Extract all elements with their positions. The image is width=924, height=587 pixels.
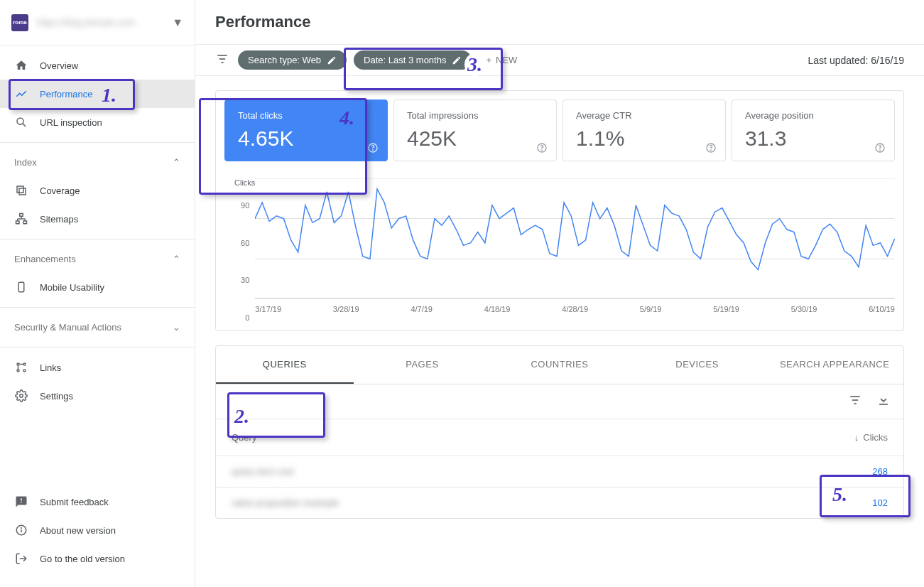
svg-point-29 [542,150,543,151]
metric-value: 31.3 [745,126,881,151]
chevron-up-icon: ⌃ [173,254,180,264]
chevron-up-icon: ⌃ [173,157,180,168]
svg-point-21 [21,528,22,529]
metric-total-impressions[interactable]: Total impressions 425K [393,99,557,161]
svg-rect-6 [23,221,27,224]
table-row[interactable]: query term one 268 [216,456,903,487]
metric-label: Total impressions [407,110,543,121]
tab-countries[interactable]: COUNTRIES [491,346,629,384]
filter-bar: Search type: Web Date: Last 3 months + N… [195,44,924,76]
x-tick: 4/7/19 [411,305,433,313]
metric-label: Average position [745,110,881,121]
tab-search-appearance[interactable]: SEARCH APPEARANCE [766,346,903,384]
nav-coverage[interactable]: Coverage [0,176,195,205]
help-icon[interactable] [705,142,717,154]
nav-overview[interactable]: Overview [0,51,195,80]
row-query: value proposition example [232,497,872,508]
chart-body: 3/17/19 3/28/19 4/7/19 4/18/19 4/28/19 5… [255,178,895,322]
row-clicks: 268 [872,466,888,477]
chevron-down-icon: ▼ [172,16,183,29]
chip-label: Search type: Web [248,55,321,65]
page-title: Performance [195,0,924,44]
pencil-icon [327,55,337,65]
svg-point-13 [23,363,26,365]
help-icon[interactable] [536,142,548,154]
nav-label: Performance [40,89,92,99]
new-filter-button[interactable]: + NEW [486,55,517,65]
nav-section-bottom: Links Settings [0,348,195,416]
site-selector[interactable]: roma https://blog.domain.com ▼ [0,0,195,45]
help-icon[interactable] [367,142,379,154]
x-tick: 4/28/19 [562,305,588,313]
info-icon [14,523,28,537]
x-tick: 3/28/19 [333,305,359,313]
search-icon [14,115,28,129]
footer-nav: Submit feedback About new version Go to … [0,482,195,587]
svg-point-0 [17,118,23,124]
chip-date[interactable]: Date: Last 3 months [354,50,472,70]
nav-label: Go to the old version [40,554,125,564]
svg-rect-3 [17,186,23,193]
chevron-down-icon: ⌄ [173,322,180,333]
metric-label: Total clicks [238,110,374,121]
nav-feedback[interactable]: Submit feedback [0,488,195,516]
y-tick: 60 [241,239,249,247]
nav-links[interactable]: Links [0,353,195,382]
table-toolbar [216,384,903,419]
x-tick: 4/18/19 [484,305,511,313]
section-title: Security & Manual Actions [14,322,121,333]
nav-sitemaps[interactable]: Sitemaps [0,205,195,233]
gear-icon [14,389,28,403]
metric-total-clicks[interactable]: Total clicks 4.65K [224,99,388,161]
y-tick: 90 [241,201,249,210]
section-header-security[interactable]: Security & Manual Actions ⌄ [0,313,195,341]
sort-arrow-icon: ↓ [854,432,859,443]
section-header-index[interactable]: Index ⌃ [0,149,195,176]
nav-label: Links [40,362,61,373]
nav-performance[interactable]: Performance [0,80,195,108]
mobile-icon [14,280,28,294]
home-icon [14,58,28,72]
tabs-row: QUERIES PAGES COUNTRIES DEVICES SEARCH A… [216,346,903,384]
metric-average-ctr[interactable]: Average CTR 1.1% [562,99,726,161]
nav-about[interactable]: About new version [0,516,195,544]
nav-url-inspection[interactable]: URL inspection [0,108,195,136]
metric-average-position[interactable]: Average position 31.3 [732,99,895,161]
tab-devices[interactable]: DEVICES [629,346,766,384]
feedback-icon [14,495,28,509]
table-row[interactable]: value proposition example 102 [216,487,903,518]
exit-icon [14,551,28,566]
help-icon[interactable] [874,142,886,154]
filter-icon[interactable] [215,52,229,69]
svg-point-15 [23,370,26,372]
svg-point-12 [17,363,19,365]
clicks-chart: Clicks 90 60 30 0 3/17/19 [224,173,895,322]
section-header-enhancements[interactable]: Enhancements ⌃ [0,245,195,273]
nav-old-version[interactable]: Go to the old version [0,544,195,573]
nav-label: URL inspection [40,117,102,128]
nav-section-index: Index ⌃ Coverage Sitemaps [0,143,195,239]
trending-icon [14,87,28,101]
metric-label: Average CTR [576,110,712,121]
tab-queries[interactable]: QUERIES [216,346,354,384]
section-title: Index [14,157,37,168]
y-tick: 0 [245,313,249,322]
header-clicks[interactable]: ↓ Clicks [854,432,888,443]
download-icon[interactable] [876,393,891,410]
chip-label: Date: Last 3 months [364,55,446,65]
nav-section-enhancements: Enhancements ⌃ Mobile Usability [0,239,195,308]
site-logo: roma [11,14,28,31]
sidebar: roma https://blog.domain.com ▼ Overview … [0,0,195,587]
filter-icon[interactable] [848,393,862,410]
chip-search-type[interactable]: Search type: Web [238,50,347,70]
plus-icon: + [486,55,491,65]
nav-mobile-usability[interactable]: Mobile Usability [0,273,195,301]
tab-pages[interactable]: PAGES [354,346,491,384]
sitemap-icon [14,212,28,226]
y-axis: 90 60 30 0 [234,201,255,322]
row-query: query term one [232,466,872,477]
new-filter-label: NEW [496,55,517,65]
nav-settings[interactable]: Settings [0,382,195,410]
nav-label: About new version [40,525,116,536]
x-tick: 6/10/19 [869,305,895,313]
